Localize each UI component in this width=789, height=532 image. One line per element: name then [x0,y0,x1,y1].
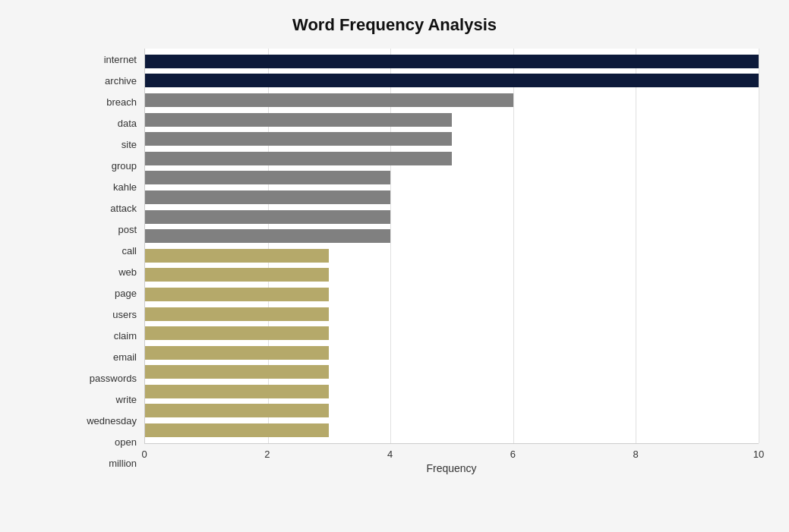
y-label: attack [110,203,137,213]
bar-row [145,247,759,264]
chart-title: Word Frequency Analysis [30,15,759,35]
y-label: write [116,395,137,405]
bar-row [145,131,759,147]
bar-row [145,402,759,419]
y-label: internet [104,55,137,65]
bars-and-xaxis: 0246810 Frequency [144,49,759,474]
bar [145,326,329,340]
bar [145,152,452,165]
bar [145,365,329,379]
bar-row [145,169,759,186]
bar-row [145,345,759,361]
bar-row [145,266,759,283]
bar-row [145,72,759,89]
bar-row [145,383,759,400]
bar [145,346,329,360]
x-axis: 0246810 [144,444,759,459]
y-label: kahle [113,182,137,192]
x-tick: 8 [633,449,639,460]
bar-row [145,422,759,439]
bar [145,229,390,243]
x-tick: 4 [387,449,393,460]
bars-wrapper [145,49,759,443]
bar-row [145,112,759,128]
y-label: data [118,118,137,128]
y-label: archive [105,76,137,86]
bar [145,288,329,301]
bar [145,93,513,107]
bar [145,55,759,68]
y-labels: internetarchivebreachdatasitegroupkahlea… [76,49,144,474]
y-label: post [118,225,137,235]
x-tick: 0 [141,449,147,460]
x-tick: 10 [753,449,764,460]
bar [145,423,329,437]
y-label: site [122,140,137,150]
y-label: million [109,458,137,468]
bar [145,74,759,87]
bars-grid [144,49,759,444]
bar-row [145,286,759,303]
bar-row [145,325,759,342]
y-label: email [113,352,137,362]
y-label: page [115,288,137,298]
bar [145,171,390,184]
bar [145,268,329,282]
bar [145,190,390,204]
bar [145,404,329,417]
y-label: breach [106,97,137,107]
x-axis-label: Frequency [144,462,759,474]
grid-line [759,49,759,443]
y-label: passwords [90,373,137,383]
chart-area: internetarchivebreachdatasitegroupkahlea… [76,49,759,474]
x-tick: 2 [264,449,270,460]
bar-row [145,209,759,225]
bar-row [145,364,759,380]
bar [145,249,329,263]
bar-row [145,306,759,323]
y-label: group [112,161,137,171]
bar [145,307,329,321]
x-tick: 6 [510,449,516,460]
y-label: open [115,437,137,447]
bar [145,113,452,127]
bar-row [145,150,759,167]
bar [145,210,390,224]
bar [145,385,329,398]
bar [145,132,452,146]
y-label: wednesday [87,416,137,426]
chart-container: Word Frequency Analysis internetarchiveb… [0,0,789,532]
y-label: call [122,246,137,256]
bar-row [145,189,759,206]
y-label: web [118,267,137,277]
y-label: users [112,310,137,320]
bar-row [145,92,759,109]
bar-row [145,228,759,244]
bar-row [145,53,759,70]
y-label: claim [114,331,137,341]
